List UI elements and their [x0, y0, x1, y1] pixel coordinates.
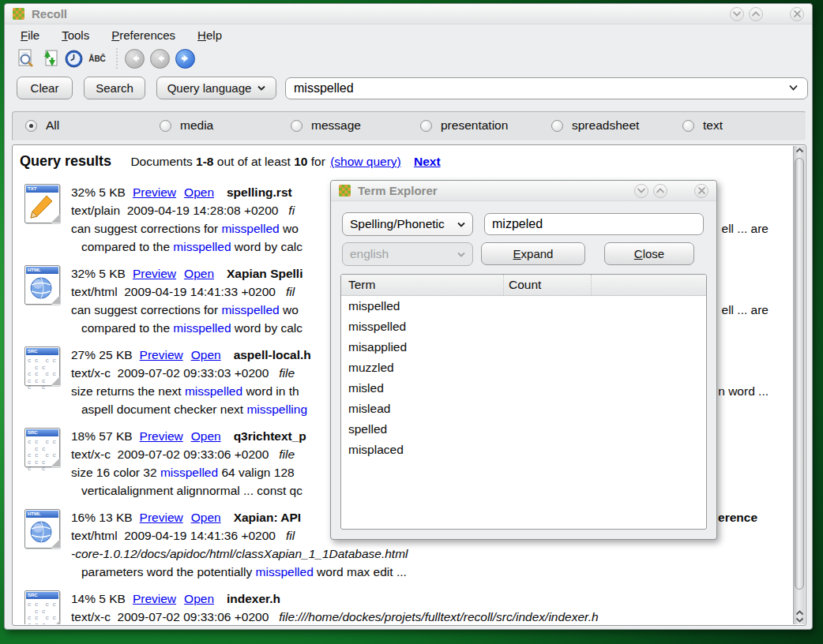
search-button[interactable]: Search [84, 77, 145, 99]
result-stats: 32% 5 KB [71, 267, 126, 280]
recoll-app-icon [339, 185, 351, 197]
filter-presentation[interactable]: presentation [420, 118, 508, 133]
title-fragment: erence [718, 508, 757, 526]
column-header-term[interactable]: Term [341, 278, 503, 292]
nav-forward-icon[interactable] [175, 49, 195, 69]
close-button[interactable] [790, 7, 804, 21]
result-snippet: can suggest corrections for misspelled w… [71, 303, 299, 316]
scroll-down-icon[interactable] [795, 617, 804, 623]
preview-link[interactable]: Preview [133, 592, 176, 605]
window-title: Recoll [32, 7, 67, 21]
result-title: spelling.rst [227, 185, 292, 199]
scroll-up-icon[interactable] [795, 148, 804, 153]
file-type-icon-source: SRC c c c c c c c c c c c c c c c [24, 428, 60, 467]
open-link[interactable]: Open [191, 429, 221, 443]
chevron-down-icon [257, 85, 265, 91]
minimize-button[interactable] [730, 7, 744, 21]
title-bar[interactable]: Recoll [5, 4, 812, 24]
column-header-count[interactable]: Count [503, 275, 592, 295]
open-link[interactable]: Open [191, 348, 221, 361]
dialog-maximize-button[interactable] [653, 184, 667, 198]
term-row[interactable]: misplaced [341, 440, 706, 460]
results-scrollbar[interactable] [793, 146, 805, 624]
result-title: indexer.h [227, 592, 280, 605]
result-stats: 27% 25 KB [71, 348, 133, 361]
filter-text[interactable]: text [682, 118, 723, 133]
open-link[interactable]: Open [184, 592, 214, 605]
term-list: mispelledmisspelledmisappliedmuzzledmisl… [341, 296, 706, 460]
term-row[interactable]: misapplied [341, 337, 706, 358]
file-type-icon-source: SRC c c c c c c c c c c c c c c c [24, 590, 60, 624]
file-type-icon-html: HTML [24, 509, 60, 549]
radio-icon[interactable] [291, 120, 303, 132]
menu-tools[interactable]: Tools [62, 28, 89, 42]
search-input[interactable] [285, 77, 808, 99]
result-item: SRC c c c c c c c c c c c c c c c 14% 5 … [20, 590, 792, 624]
nav-back-icon[interactable] [125, 49, 145, 69]
desktop: Recoll File Tools Preferences Help [0, 0, 823, 644]
term-row[interactable]: mislead [341, 399, 706, 419]
open-link[interactable]: Open [191, 511, 221, 524]
term-row[interactable]: muzzled [341, 358, 706, 378]
preview-link[interactable]: Preview [140, 348, 183, 361]
chevron-down-icon[interactable] [789, 84, 798, 91]
open-link[interactable]: Open [184, 267, 214, 280]
open-link[interactable]: Open [184, 185, 214, 199]
dialog-minimize-button[interactable] [634, 184, 648, 198]
show-query-link[interactable]: (show query) [330, 155, 401, 168]
scrollbar-thumb[interactable] [795, 158, 804, 590]
results-count-text: Documents 1-8 out of at least 10 for [130, 155, 329, 168]
filter-media[interactable]: media [160, 118, 213, 133]
menu-preferences[interactable]: Preferences [111, 28, 175, 42]
term-table-header: Term Count [341, 275, 706, 296]
menu-file[interactable]: File [21, 28, 39, 42]
clear-button[interactable]: Clear [17, 77, 73, 99]
update-index-icon[interactable] [38, 47, 62, 69]
result-stats: 18% 57 KB [71, 429, 133, 443]
dialog-close-button[interactable] [694, 184, 708, 198]
snippet-fragment: ell ... are [722, 219, 769, 238]
preview-link[interactable]: Preview [133, 267, 176, 280]
maximize-button[interactable] [749, 7, 763, 21]
result-stats: 16% 13 KB [71, 511, 133, 524]
radio-icon[interactable] [682, 120, 694, 132]
term-row[interactable]: misspelled [341, 316, 706, 337]
results-header: Query results Documents 1-8 out of at le… [20, 151, 792, 174]
scroll-up-icon[interactable] [795, 610, 804, 616]
expand-button[interactable]: Expand [481, 242, 585, 265]
language-select: english [342, 242, 473, 266]
preview-link[interactable]: Preview [140, 511, 183, 524]
filter-all[interactable]: All [25, 118, 59, 133]
term-row[interactable]: mispelled [341, 296, 706, 316]
result-title: Xapian Spelli [227, 267, 303, 280]
result-title: Xapian: API [234, 511, 302, 524]
radio-icon[interactable] [420, 120, 432, 132]
snippet-fragment: n word ... [718, 382, 769, 400]
document-preview-icon[interactable] [14, 47, 38, 69]
history-clock-icon[interactable] [62, 47, 85, 69]
term-row[interactable]: spelled [341, 419, 706, 440]
query-language-select[interactable]: Query language [156, 77, 276, 99]
nav-back-icon[interactable] [150, 49, 170, 69]
filter-spreadsheet[interactable]: spreadsheet [551, 118, 639, 133]
preview-link[interactable]: Preview [133, 185, 176, 199]
file-type-icon-source: SRC c c c c c c c c c c c c c c c [24, 346, 60, 386]
spell-term-explorer-icon[interactable]: ÅBĈ [85, 47, 109, 69]
file-type-icon-text: TXT [24, 184, 60, 223]
term-row[interactable]: misled [341, 378, 706, 399]
expansion-mode-select[interactable]: Spelling/Phonetic [342, 212, 473, 236]
radio-icon[interactable] [25, 120, 37, 132]
dialog-close-action-button[interactable]: Close [604, 242, 694, 265]
search-row: Clear Search Query language [5, 77, 812, 102]
dialog-title-bar[interactable]: Term Explorer [331, 181, 716, 201]
term-explorer-dialog: Term Explorer Spelling/Phonetic english … [330, 180, 717, 540]
preview-link[interactable]: Preview [140, 429, 183, 443]
tool-bar: ÅBĈ [5, 45, 812, 73]
term-input[interactable] [484, 213, 704, 235]
radio-icon[interactable] [160, 120, 171, 132]
radio-icon[interactable] [551, 120, 563, 132]
menu-help[interactable]: Help [197, 28, 222, 42]
filter-message[interactable]: message [291, 118, 361, 133]
result-meta: text/x-c 2009-07-02 09:33:06 +0200 file:… [71, 608, 792, 624]
next-page-link[interactable]: Next [414, 155, 441, 168]
